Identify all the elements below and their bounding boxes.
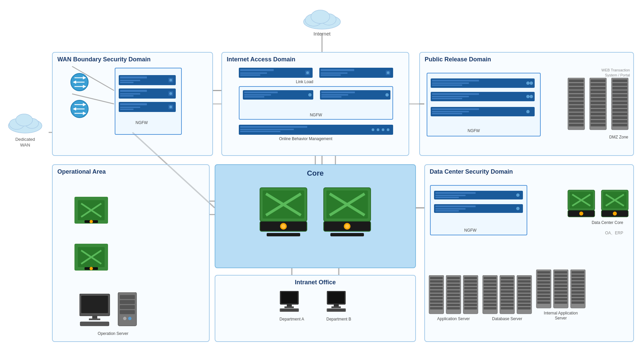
svg-rect-70 [321, 94, 348, 96]
public-release-domain: Public Release Domain WEB TransactionSys… [419, 52, 634, 156]
svg-rect-187 [328, 292, 344, 303]
svg-rect-119 [612, 113, 627, 115]
web-transaction-label: WEB TransactionSystem / Portal [601, 68, 630, 78]
svg-rect-97 [591, 83, 605, 86]
svg-rect-75 [240, 129, 294, 130]
internet-cloud: Internet [302, 7, 342, 37]
app-server-label: Application Server [428, 316, 479, 321]
svg-rect-300 [554, 298, 567, 300]
operational-switch1 [73, 192, 110, 230]
wan-fw2 [119, 89, 176, 101]
svg-rect-92 [569, 116, 584, 119]
svg-rect-124 [432, 80, 479, 81]
svg-rect-216 [430, 280, 443, 283]
svg-rect-138 [432, 113, 462, 114]
public-ngfw-label: NGFW [468, 128, 480, 133]
svg-rect-264 [501, 294, 514, 296]
wan-boundary-title: WAN Boundary Security Domain [53, 53, 212, 64]
svg-rect-161 [120, 310, 135, 314]
svg-rect-222 [430, 300, 443, 303]
svg-rect-117 [612, 105, 627, 108]
behavior-mgmt-row [239, 125, 393, 137]
wan-boundary-domain: WAN Boundary Security Domain [52, 52, 213, 156]
svg-rect-255 [484, 300, 496, 303]
operation-server-label: Operation Server [79, 331, 147, 336]
internet-access-domain: Internet Access Domain Link Load [221, 52, 409, 156]
svg-rect-223 [430, 304, 443, 306]
svg-rect-285 [537, 285, 550, 287]
svg-rect-240 [464, 287, 477, 289]
svg-rect-227 [447, 280, 460, 283]
svg-rect-253 [484, 294, 496, 296]
svg-rect-248 [484, 277, 496, 279]
svg-rect-136 [432, 108, 479, 110]
svg-point-80 [387, 128, 389, 131]
internet-cloud-icon [302, 7, 342, 30]
dc-core-label: Data Center Core [592, 220, 623, 225]
svg-rect-230 [447, 290, 460, 293]
operation-server-group: Operation Server [79, 292, 147, 336]
svg-rect-158 [120, 295, 135, 299]
svg-rect-114 [612, 94, 627, 97]
svg-rect-82 [569, 79, 584, 82]
svg-rect-113 [612, 91, 627, 93]
svg-rect-181 [281, 292, 298, 303]
svg-rect-102 [591, 102, 605, 104]
svg-point-56 [306, 71, 309, 74]
svg-point-170 [281, 224, 285, 228]
svg-rect-110 [612, 79, 627, 82]
operational-area-domain: Operational Area [52, 164, 210, 342]
svg-rect-231 [447, 294, 460, 296]
svg-rect-276 [518, 297, 531, 299]
svg-rect-89 [569, 105, 584, 108]
svg-rect-96 [591, 79, 605, 82]
svg-rect-294 [554, 278, 567, 280]
svg-rect-288 [537, 295, 550, 297]
svg-rect-279 [518, 307, 531, 309]
svg-rect-310 [572, 295, 584, 297]
svg-rect-155 [89, 318, 100, 320]
public-fw3 [431, 107, 535, 118]
svg-rect-125 [432, 82, 469, 84]
svg-point-78 [377, 128, 379, 131]
dc-ngfw-label: NGFW [464, 228, 477, 233]
dc-ngfw-box: NGFW [430, 185, 527, 235]
svg-point-14 [311, 10, 330, 23]
intranet-title: Intranet Office [215, 276, 415, 286]
svg-point-133 [526, 95, 530, 98]
public-ngfw-box: NGFW [427, 73, 541, 136]
svg-rect-256 [484, 304, 496, 306]
svg-rect-271 [518, 280, 531, 283]
dept-a-workstation: Department A [278, 291, 305, 321]
svg-rect-312 [572, 301, 584, 304]
svg-rect-104 [591, 109, 605, 112]
svg-rect-308 [572, 288, 584, 290]
svg-rect-299 [554, 295, 567, 297]
svg-rect-153 [81, 296, 108, 313]
svg-point-127 [526, 81, 530, 85]
public-release-title: Public Release Domain [420, 53, 633, 64]
svg-rect-71 [321, 96, 341, 98]
behavior-label: Online Behavior Management [279, 136, 332, 141]
svg-rect-295 [554, 281, 567, 284]
svg-rect-103 [591, 105, 605, 108]
svg-rect-284 [537, 281, 550, 284]
svg-rect-191 [328, 309, 345, 311]
diagram-container: Internet Dedicated WAN WAN Boundary Secu… [0, 0, 644, 352]
svg-rect-22 [120, 82, 133, 83]
svg-rect-251 [484, 287, 496, 289]
svg-rect-132 [432, 98, 462, 99]
svg-rect-86 [569, 94, 584, 97]
svg-rect-69 [321, 92, 355, 93]
wan-ngfw-label: NGFW [136, 120, 148, 125]
datacenter-domain: Data Center Security Domain [424, 164, 634, 342]
svg-rect-179 [330, 233, 364, 236]
svg-rect-58 [321, 69, 354, 71]
svg-rect-286 [537, 288, 550, 290]
svg-rect-118 [612, 109, 627, 112]
svg-rect-270 [518, 277, 531, 279]
svg-rect-309 [572, 291, 584, 294]
svg-rect-219 [430, 290, 443, 293]
svg-rect-266 [501, 300, 514, 303]
svg-rect-287 [537, 291, 550, 294]
